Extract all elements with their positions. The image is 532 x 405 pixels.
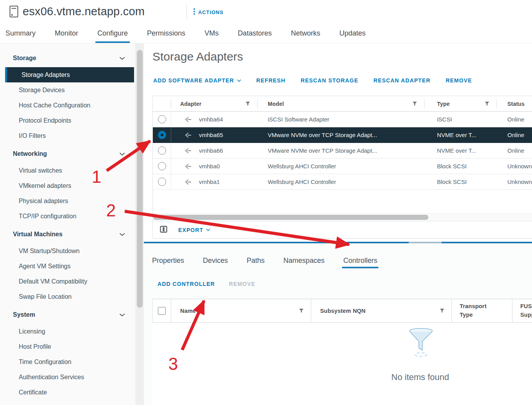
tab-datastores[interactable]: Datastores: [238, 23, 272, 43]
adapter-cell: vmhba66: [171, 143, 258, 158]
horizontal-scrollbar-thumb[interactable]: [153, 215, 428, 220]
adapter-name: vmhba66: [199, 147, 223, 154]
actions-menu-button[interactable]: ACTIONS: [193, 8, 224, 16]
adapter-name: vmhba1: [199, 178, 220, 185]
tab-updates[interactable]: Updates: [339, 23, 365, 43]
rescan-adapter-button[interactable]: RESCAN ADAPTER: [374, 77, 431, 84]
sidebar-scrollbar-thumb[interactable]: [137, 50, 143, 308]
select-all-cell: [153, 299, 171, 322]
adapter-model: VMware NVMe over TCP Storage Adapt...: [258, 147, 425, 154]
horizontal-scrollbar-track[interactable]: [153, 213, 532, 221]
radio-button[interactable]: [158, 115, 166, 123]
adapter-status: Unknown: [497, 163, 532, 169]
sidebar-item-agent-vm-settings[interactable]: Agent VM Settings: [0, 259, 134, 274]
table-row-vmhba65-selected[interactable]: vmhba65 VMware NVMe over TCP Storage Ada…: [153, 127, 532, 143]
tab-permissions[interactable]: Permissions: [147, 23, 185, 43]
adapter-model: Wellsburg AHCI Controller: [258, 178, 425, 185]
sidebar-item-time-configuration[interactable]: Time Configuration: [0, 354, 134, 369]
object-tabbar: Summary Monitor Configure Permissions VM…: [0, 23, 532, 43]
add-controller-button[interactable]: ADD CONTROLLER: [158, 281, 215, 287]
sidebar-item-swap-file-location[interactable]: Swap File Location: [0, 289, 134, 304]
sidebar-item-vm-startup-shutdown[interactable]: VM Startup/Shutdown: [0, 243, 134, 259]
remove-adapter-button[interactable]: REMOVE: [446, 77, 472, 84]
sidebar-item-io-filters[interactable]: I/O Filters: [0, 128, 134, 143]
name-column-header[interactable]: Name: [171, 299, 311, 322]
radio-button[interactable]: [158, 162, 166, 170]
sidebar-item-vmkernel-adapters[interactable]: VMkernel adapters: [0, 178, 134, 193]
sidebar-item-physical-adapters[interactable]: Physical adapters: [0, 193, 134, 209]
adapter-status: Online: [497, 147, 532, 154]
tab-controllers[interactable]: Controllers: [343, 253, 377, 268]
storage-adapter-icon: [184, 163, 193, 169]
add-software-adapter-button[interactable]: ADD SOFTWARE ADAPTER: [153, 77, 241, 84]
column-settings-icon[interactable]: [160, 226, 167, 234]
rescan-storage-button[interactable]: RESCAN STORAGE: [301, 77, 358, 84]
tab-networks[interactable]: Networks: [291, 23, 320, 43]
storage-adapter-icon: [184, 179, 193, 185]
radio-button-selected[interactable]: [158, 131, 166, 139]
sidebar-item-authentication-services[interactable]: Authentication Services: [0, 369, 134, 385]
type-column-header[interactable]: Type: [425, 99, 497, 109]
section-label: Networking: [13, 150, 47, 157]
sidebar-item-host-profile[interactable]: Host Profile: [0, 339, 134, 354]
fuse-support-column-header[interactable]: FUSE Support: [512, 299, 532, 322]
sidebar-section-storage[interactable]: Storage: [0, 49, 134, 67]
chevron-down-icon: [119, 311, 125, 318]
sidebar-section-virtual-machines[interactable]: Virtual Machines: [0, 225, 134, 243]
table-row-vmhba66[interactable]: vmhba66 VMware NVMe over TCP Storage Ada…: [153, 143, 532, 159]
export-button[interactable]: EXPORT: [178, 227, 210, 233]
sidebar-scrollbar-track[interactable]: [135, 43, 144, 405]
row-radio-cell: [153, 159, 171, 174]
select-all-checkbox[interactable]: [158, 307, 166, 315]
adapters-table-header: Adapter Model Type Status: [153, 96, 532, 112]
sidebar-item-storage-adapters[interactable]: Storage Adapters: [5, 67, 134, 82]
panel-splitter[interactable]: [144, 242, 532, 243]
refresh-button[interactable]: REFRESH: [256, 77, 286, 84]
tab-devices[interactable]: Devices: [203, 253, 228, 268]
sidebar-item-protocol-endpoints[interactable]: Protocol Endpoints: [0, 113, 134, 128]
tab-summary[interactable]: Summary: [5, 23, 36, 43]
radio-button[interactable]: [158, 178, 166, 186]
sidebar-item-virtual-switches[interactable]: Virtual switches: [0, 163, 134, 178]
adapter-column-header[interactable]: Adapter: [171, 99, 258, 109]
status-column-header[interactable]: Status: [497, 99, 532, 109]
sidebar-section-networking[interactable]: Networking: [0, 145, 134, 163]
table-row-vmhba64[interactable]: vmhba64 iSCSI Software Adapter iSCSI Onl…: [153, 112, 532, 127]
filter-icon: [245, 102, 250, 106]
model-column-header[interactable]: Model: [258, 99, 425, 109]
sidebar-item-storage-devices[interactable]: Storage Devices: [0, 82, 134, 98]
tab-monitor[interactable]: Monitor: [55, 23, 78, 43]
sidebar-item-certificate[interactable]: Certificate: [0, 385, 134, 400]
fuse-support-line2: Support: [520, 311, 532, 319]
transport-type-column-header[interactable]: Transport Type: [452, 299, 512, 322]
name-column-label: Name: [180, 308, 196, 314]
tab-properties[interactable]: Properties: [152, 253, 184, 268]
storage-adapter-icon: [184, 116, 193, 123]
table-row-vmhba1[interactable]: vmhba1 Wellsburg AHCI Controller Block S…: [153, 174, 532, 190]
adapter-detail-tabs: Properties Devices Paths Namespaces Cont…: [152, 253, 377, 268]
storage-adapters-table: Adapter Model Type Status: [152, 96, 532, 239]
subsystem-nqn-column-header[interactable]: Subsystem NQN: [311, 299, 452, 322]
tab-vms[interactable]: VMs: [204, 23, 219, 43]
tab-namespaces[interactable]: Namespaces: [283, 253, 324, 268]
panel-splitter-handle[interactable]: [408, 242, 442, 243]
sidebar-item-licensing[interactable]: Licensing: [0, 324, 134, 339]
host-icon: [9, 5, 18, 19]
remove-controller-button[interactable]: REMOVE: [229, 281, 255, 287]
radio-button[interactable]: [158, 146, 166, 155]
filter-icon: [440, 309, 444, 313]
empty-filter-funnel-icon: [408, 328, 433, 360]
sidebar-item-host-cache-configuration[interactable]: Host Cache Configuration: [0, 98, 134, 113]
filter-icon: [485, 102, 489, 106]
adapter-name: vmhba65: [199, 132, 223, 138]
sidebar-section-system[interactable]: System: [0, 306, 134, 324]
tab-paths[interactable]: Paths: [247, 253, 265, 268]
configure-sidebar: Storage Storage Adapters Storage Devices…: [0, 43, 144, 405]
adapter-type: Block SCSI: [425, 178, 497, 185]
tab-configure[interactable]: Configure: [97, 23, 128, 43]
chevron-down-icon: [119, 231, 125, 238]
sidebar-item-tcpip-configuration[interactable]: TCP/IP configuration: [0, 209, 134, 224]
sidebar-item-default-vm-compatibility[interactable]: Default VM Compatibility: [0, 274, 134, 289]
table-row-vmhba0[interactable]: vmhba0 Wellsburg AHCI Controller Block S…: [153, 159, 532, 174]
adapter-name: vmhba0: [199, 163, 220, 169]
